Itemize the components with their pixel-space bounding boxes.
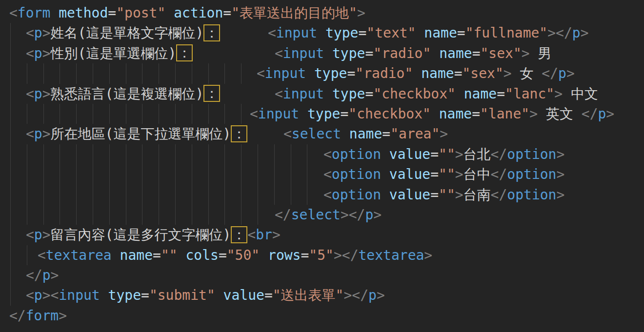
indent-guide xyxy=(76,104,77,124)
code-token: input xyxy=(283,45,324,61)
code-line-lead: <p>熟悉語言(這是複選欄位)： xyxy=(0,84,220,104)
code-token: p xyxy=(34,227,42,243)
indent-guide xyxy=(76,205,77,225)
code-token: "" xyxy=(161,247,178,263)
code-token: > xyxy=(503,65,512,81)
code-line[interactable]: <p><input type="submit" value="送出表單"></p… xyxy=(0,285,644,305)
code-line[interactable]: <p>性別(這是單選欄位)：<input type="radio" name="… xyxy=(0,43,644,63)
code-line[interactable]: <input type="radio" name="sex"> 女 </p> xyxy=(0,63,644,83)
code-line[interactable]: <textarea name="" cols="50" rows="5"></t… xyxy=(0,245,644,265)
code-token: 中文 xyxy=(563,86,598,102)
code-token: > xyxy=(522,45,530,61)
indent-guide xyxy=(142,205,142,225)
code-line[interactable]: <p>熟悉語言(這是複選欄位)：<input type="checkbox" n… xyxy=(0,84,644,104)
code-token: 台南 xyxy=(463,187,491,203)
code-editor[interactable]: <form method="post" action="表單送出的目的地"><p… xyxy=(0,0,644,332)
code-token: > xyxy=(556,146,564,162)
code-token: = xyxy=(223,5,231,21)
code-token: < xyxy=(26,25,34,41)
code-line[interactable]: </select></p> xyxy=(0,205,644,225)
code-token: = xyxy=(430,166,439,182)
indent-guide xyxy=(76,144,77,164)
code-token: = xyxy=(430,187,439,203)
code-token: = xyxy=(430,146,439,162)
indent-guide xyxy=(109,164,110,184)
code-token: > xyxy=(581,25,589,41)
indent-guide xyxy=(10,245,11,265)
code-line[interactable]: <option value="">台北</option> xyxy=(0,144,644,164)
code-token: = xyxy=(340,106,348,122)
indent-guide xyxy=(10,43,11,63)
indent-guide xyxy=(43,164,44,184)
code-token: = xyxy=(347,65,355,81)
indent-guide xyxy=(126,205,126,225)
code-line-lead: <p>姓名(這是單格文字欄位)： xyxy=(0,23,220,43)
code-token: > xyxy=(377,287,385,303)
indent-guide xyxy=(10,185,11,205)
indent-guide xyxy=(126,164,126,184)
code-token: 女 xyxy=(512,65,542,81)
code-line[interactable]: </form> xyxy=(0,306,644,326)
indent-guide xyxy=(192,63,192,83)
indent-guide xyxy=(10,104,11,124)
code-token: "checkbox" xyxy=(373,86,456,102)
code-token: form xyxy=(26,308,59,324)
code-line-lead: <option value="">台南</option> xyxy=(0,185,564,205)
code-token: 留言內容(這是多行文字欄位) xyxy=(51,227,231,243)
indent-guide xyxy=(159,63,159,83)
code-line[interactable]: <input type="checkbox" name="lane"> 英文 <… xyxy=(0,104,644,124)
code-line[interactable]: <option value="">台中</option> xyxy=(0,164,644,184)
code-token: > xyxy=(529,106,538,122)
code-token: > xyxy=(42,86,51,102)
code-token: select xyxy=(292,126,341,142)
code-token: > xyxy=(373,207,382,223)
indent-guide xyxy=(109,104,110,124)
code-token: </ xyxy=(542,65,558,81)
code-token: 所在地區(這是下拉選單欄位) xyxy=(51,126,231,142)
code-token: > xyxy=(566,65,575,81)
indent-guide xyxy=(175,205,176,225)
indent-guide xyxy=(76,164,77,184)
indent-guide xyxy=(192,104,192,124)
code-token: > xyxy=(357,5,365,21)
code-token: = xyxy=(365,45,373,61)
code-token: < xyxy=(9,5,18,21)
code-token: ></ xyxy=(343,287,368,303)
indent-guide xyxy=(109,205,110,225)
code-token: "text" xyxy=(366,25,416,41)
code-token: 台中 xyxy=(463,166,491,182)
indent-guide xyxy=(10,144,11,164)
indent-guide xyxy=(60,144,60,164)
indent-guide xyxy=(208,205,209,225)
code-line[interactable]: <p>姓名(這是單格文字欄位)：<input type="text" name=… xyxy=(0,23,644,43)
code-token: "submit" xyxy=(149,287,215,303)
code-token: name xyxy=(431,106,472,122)
code-token: name xyxy=(416,25,457,41)
code-token: < xyxy=(247,227,256,243)
code-token: p xyxy=(34,86,42,102)
code-token: p xyxy=(42,267,51,283)
code-token: type xyxy=(324,45,365,61)
code-line[interactable]: <p>留言內容(這是多行文字欄位)：<br> xyxy=(0,225,644,245)
code-line-tail: <select name="area"> xyxy=(283,124,448,144)
code-token: > xyxy=(556,166,564,182)
indent-guide xyxy=(27,164,27,184)
code-token: = xyxy=(472,106,480,122)
indent-guide xyxy=(241,144,242,164)
code-line[interactable]: <form method="post" action="表單送出的目的地"> xyxy=(0,3,644,23)
code-token: "sex" xyxy=(462,65,503,81)
code-line-lead: </p> xyxy=(0,265,59,285)
code-token: 英文 xyxy=(538,106,582,122)
code-line[interactable]: <p>所在地區(這是下拉選單欄位)：<select name="area"> xyxy=(0,124,644,144)
code-token: br xyxy=(256,227,272,243)
code-line[interactable]: <option value="">台南</option> xyxy=(0,185,644,205)
indent-guide xyxy=(60,164,60,184)
code-token: method xyxy=(50,5,108,21)
indent-guide xyxy=(93,144,93,164)
code-token: </ xyxy=(26,267,42,283)
code-token: > xyxy=(455,166,463,182)
code-line[interactable]: </p> xyxy=(0,265,644,285)
code-token: > xyxy=(455,146,463,162)
code-token: "post" xyxy=(116,5,165,21)
indent-guide xyxy=(291,144,291,164)
